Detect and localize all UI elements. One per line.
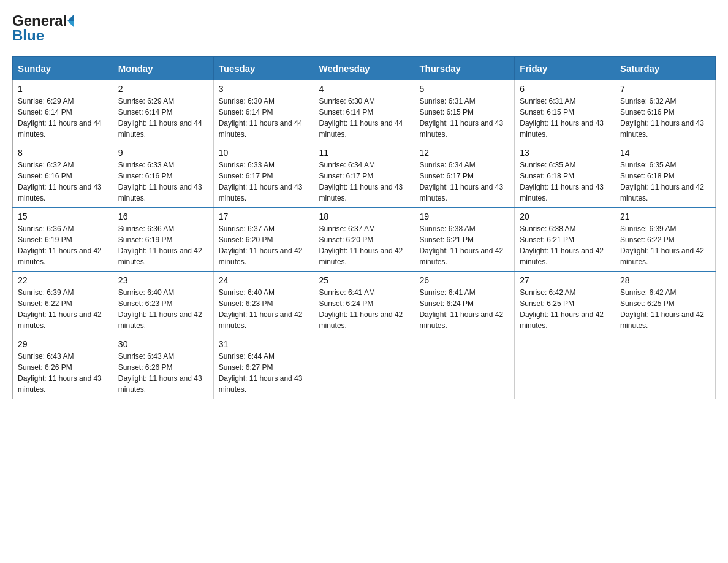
day-info: Sunrise: 6:42 AMSunset: 6:25 PMDaylight:…: [520, 287, 610, 331]
calendar-cell: 27Sunrise: 6:42 AMSunset: 6:25 PMDayligh…: [515, 272, 615, 335]
day-number: 27: [520, 275, 610, 285]
day-info: Sunrise: 6:35 AMSunset: 6:18 PMDaylight:…: [520, 159, 610, 204]
day-number: 8: [18, 148, 108, 158]
calendar-cell: 17Sunrise: 6:37 AMSunset: 6:20 PMDayligh…: [213, 208, 314, 272]
calendar-header-wednesday: Wednesday: [314, 57, 414, 80]
calendar-week-1: 1Sunrise: 6:29 AMSunset: 6:14 PMDaylight…: [13, 80, 716, 144]
calendar-header-sunday: Sunday: [13, 57, 113, 80]
day-info: Sunrise: 6:32 AMSunset: 6:16 PMDaylight:…: [18, 159, 108, 204]
day-info: Sunrise: 6:33 AMSunset: 6:16 PMDaylight:…: [118, 159, 208, 204]
day-info: Sunrise: 6:36 AMSunset: 6:19 PMDaylight:…: [18, 223, 108, 267]
calendar-cell: 9Sunrise: 6:33 AMSunset: 6:16 PMDaylight…: [113, 144, 213, 208]
day-info: Sunrise: 6:39 AMSunset: 6:22 PMDaylight:…: [18, 287, 108, 331]
day-number: 13: [520, 148, 610, 158]
calendar-cell: 12Sunrise: 6:34 AMSunset: 6:17 PMDayligh…: [414, 144, 515, 208]
day-number: 22: [18, 275, 108, 285]
day-info: Sunrise: 6:41 AMSunset: 6:24 PMDaylight:…: [419, 287, 509, 331]
day-number: 4: [319, 84, 409, 94]
calendar-table: SundayMondayTuesdayWednesdayThursdayFrid…: [12, 56, 716, 399]
calendar-cell: 30Sunrise: 6:43 AMSunset: 6:26 PMDayligh…: [113, 335, 213, 399]
calendar-cell: 25Sunrise: 6:41 AMSunset: 6:24 PMDayligh…: [314, 272, 414, 335]
calendar-cell: 26Sunrise: 6:41 AMSunset: 6:24 PMDayligh…: [414, 272, 515, 335]
day-number: 12: [419, 148, 509, 158]
day-info: Sunrise: 6:40 AMSunset: 6:23 PMDaylight:…: [219, 287, 309, 331]
calendar-cell: [414, 335, 515, 399]
calendar-cell: 18Sunrise: 6:37 AMSunset: 6:20 PMDayligh…: [314, 208, 414, 272]
day-number: 14: [620, 148, 710, 158]
calendar-cell: [615, 335, 716, 399]
day-number: 5: [419, 84, 509, 94]
calendar-cell: 22Sunrise: 6:39 AMSunset: 6:22 PMDayligh…: [13, 272, 113, 335]
day-info: Sunrise: 6:41 AMSunset: 6:24 PMDaylight:…: [319, 287, 409, 331]
calendar-header-saturday: Saturday: [615, 57, 716, 80]
calendar-week-2: 8Sunrise: 6:32 AMSunset: 6:16 PMDaylight…: [13, 144, 716, 208]
day-info: Sunrise: 6:35 AMSunset: 6:18 PMDaylight:…: [620, 159, 710, 204]
calendar-week-3: 15Sunrise: 6:36 AMSunset: 6:19 PMDayligh…: [13, 208, 716, 272]
day-info: Sunrise: 6:44 AMSunset: 6:27 PMDaylight:…: [219, 351, 309, 395]
calendar-cell: 28Sunrise: 6:42 AMSunset: 6:25 PMDayligh…: [615, 272, 716, 335]
calendar-cell: 24Sunrise: 6:40 AMSunset: 6:23 PMDayligh…: [213, 272, 314, 335]
calendar-header-tuesday: Tuesday: [213, 57, 314, 80]
day-info: Sunrise: 6:34 AMSunset: 6:17 PMDaylight:…: [419, 159, 509, 204]
day-info: Sunrise: 6:42 AMSunset: 6:25 PMDaylight:…: [620, 287, 710, 331]
calendar-cell: 16Sunrise: 6:36 AMSunset: 6:19 PMDayligh…: [113, 208, 213, 272]
day-info: Sunrise: 6:30 AMSunset: 6:14 PMDaylight:…: [319, 96, 409, 140]
calendar-cell: 14Sunrise: 6:35 AMSunset: 6:18 PMDayligh…: [615, 144, 716, 208]
calendar-cell: 29Sunrise: 6:43 AMSunset: 6:26 PMDayligh…: [13, 335, 113, 399]
day-info: Sunrise: 6:29 AMSunset: 6:14 PMDaylight:…: [18, 96, 108, 140]
day-number: 9: [118, 148, 208, 158]
day-info: Sunrise: 6:31 AMSunset: 6:15 PMDaylight:…: [419, 96, 509, 140]
day-number: 2: [118, 84, 208, 94]
calendar-cell: 8Sunrise: 6:32 AMSunset: 6:16 PMDaylight…: [13, 144, 113, 208]
calendar-cell: 7Sunrise: 6:32 AMSunset: 6:16 PMDaylight…: [615, 80, 716, 144]
logo-icon: [67, 14, 74, 28]
calendar-week-4: 22Sunrise: 6:39 AMSunset: 6:22 PMDayligh…: [13, 272, 716, 335]
day-info: Sunrise: 6:40 AMSunset: 6:23 PMDaylight:…: [118, 287, 208, 331]
day-number: 11: [319, 148, 409, 158]
day-info: Sunrise: 6:37 AMSunset: 6:20 PMDaylight:…: [219, 223, 309, 267]
calendar-week-5: 29Sunrise: 6:43 AMSunset: 6:26 PMDayligh…: [13, 335, 716, 399]
day-number: 7: [620, 84, 710, 94]
calendar-header-friday: Friday: [515, 57, 615, 80]
day-number: 23: [118, 275, 208, 285]
calendar-cell: [515, 335, 615, 399]
day-number: 10: [219, 148, 309, 158]
calendar-cell: 21Sunrise: 6:39 AMSunset: 6:22 PMDayligh…: [615, 208, 716, 272]
day-info: Sunrise: 6:38 AMSunset: 6:21 PMDaylight:…: [419, 223, 509, 267]
logo: General Blue: [12, 12, 74, 44]
day-number: 21: [620, 212, 710, 221]
day-info: Sunrise: 6:39 AMSunset: 6:22 PMDaylight:…: [620, 223, 710, 267]
calendar-cell: 15Sunrise: 6:36 AMSunset: 6:19 PMDayligh…: [13, 208, 113, 272]
day-info: Sunrise: 6:32 AMSunset: 6:16 PMDaylight:…: [620, 96, 710, 140]
calendar-cell: 11Sunrise: 6:34 AMSunset: 6:17 PMDayligh…: [314, 144, 414, 208]
calendar-cell: 20Sunrise: 6:38 AMSunset: 6:21 PMDayligh…: [515, 208, 615, 272]
day-number: 3: [219, 84, 309, 94]
day-info: Sunrise: 6:31 AMSunset: 6:15 PMDaylight:…: [520, 96, 610, 140]
calendar-cell: 13Sunrise: 6:35 AMSunset: 6:18 PMDayligh…: [515, 144, 615, 208]
day-number: 16: [118, 212, 208, 221]
calendar-cell: 5Sunrise: 6:31 AMSunset: 6:15 PMDaylight…: [414, 80, 515, 144]
day-number: 24: [219, 275, 309, 285]
day-number: 20: [520, 212, 610, 221]
calendar-cell: 4Sunrise: 6:30 AMSunset: 6:14 PMDaylight…: [314, 80, 414, 144]
day-number: 30: [118, 339, 208, 349]
calendar-header-thursday: Thursday: [414, 57, 515, 80]
day-info: Sunrise: 6:43 AMSunset: 6:26 PMDaylight:…: [118, 351, 208, 395]
day-info: Sunrise: 6:37 AMSunset: 6:20 PMDaylight:…: [319, 223, 409, 267]
day-number: 29: [18, 339, 108, 349]
calendar-cell: 31Sunrise: 6:44 AMSunset: 6:27 PMDayligh…: [213, 335, 314, 399]
day-number: 15: [18, 212, 108, 221]
calendar-header-row: SundayMondayTuesdayWednesdayThursdayFrid…: [13, 57, 716, 80]
day-info: Sunrise: 6:33 AMSunset: 6:17 PMDaylight:…: [219, 159, 309, 204]
calendar-cell: 6Sunrise: 6:31 AMSunset: 6:15 PMDaylight…: [515, 80, 615, 144]
calendar-cell: 1Sunrise: 6:29 AMSunset: 6:14 PMDaylight…: [13, 80, 113, 144]
day-number: 25: [319, 275, 409, 285]
day-info: Sunrise: 6:34 AMSunset: 6:17 PMDaylight:…: [319, 159, 409, 204]
day-info: Sunrise: 6:30 AMSunset: 6:14 PMDaylight:…: [219, 96, 309, 140]
calendar-cell: 2Sunrise: 6:29 AMSunset: 6:14 PMDaylight…: [113, 80, 213, 144]
calendar-cell: 23Sunrise: 6:40 AMSunset: 6:23 PMDayligh…: [113, 272, 213, 335]
calendar-cell: 19Sunrise: 6:38 AMSunset: 6:21 PMDayligh…: [414, 208, 515, 272]
day-number: 17: [219, 212, 309, 221]
day-number: 31: [219, 339, 309, 349]
day-number: 19: [419, 212, 509, 221]
